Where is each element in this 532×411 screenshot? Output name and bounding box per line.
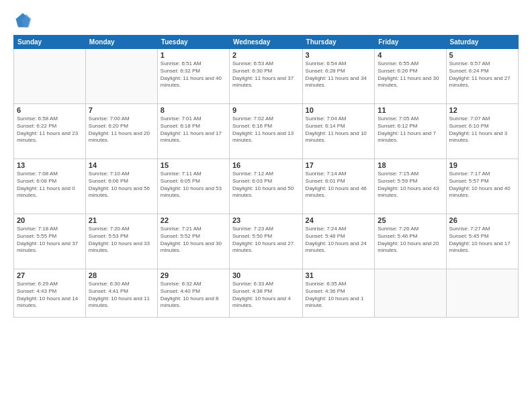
calendar-cell: 5Sunrise: 6:57 AM Sunset: 6:24 PM Daylig…	[446, 49, 518, 104]
day-info: Sunrise: 6:54 AM Sunset: 6:28 PM Dayligh…	[306, 60, 372, 89]
day-number: 1	[161, 51, 226, 59]
day-info: Sunrise: 6:35 AM Sunset: 4:36 PM Dayligh…	[306, 281, 372, 310]
calendar-cell: 26Sunrise: 7:27 AM Sunset: 5:45 PM Dayli…	[446, 214, 518, 269]
day-number: 19	[449, 161, 515, 169]
day-number: 26	[449, 216, 515, 224]
calendar-cell: 10Sunrise: 7:04 AM Sunset: 6:14 PM Dayli…	[302, 104, 375, 159]
day-info: Sunrise: 6:53 AM Sunset: 6:30 PM Dayligh…	[232, 60, 300, 89]
day-info: Sunrise: 6:58 AM Sunset: 6:22 PM Dayligh…	[17, 116, 83, 144]
day-info: Sunrise: 6:55 AM Sunset: 6:26 PM Dayligh…	[378, 60, 443, 89]
weekday-header-row: SundayMondayTuesdayWednesdayThursdayFrid…	[14, 36, 519, 49]
day-number: 31	[306, 271, 372, 279]
calendar-cell: 31Sunrise: 6:35 AM Sunset: 4:36 PM Dayli…	[302, 269, 375, 318]
calendar-cell	[85, 49, 157, 104]
calendar-cell: 7Sunrise: 7:00 AM Sunset: 6:20 PM Daylig…	[85, 104, 157, 159]
calendar-cell: 15Sunrise: 7:11 AM Sunset: 6:05 PM Dayli…	[157, 159, 229, 214]
weekday-header-wednesday: Wednesday	[229, 36, 302, 49]
calendar-cell: 27Sunrise: 6:29 AM Sunset: 4:43 PM Dayli…	[14, 269, 86, 318]
calendar-cell: 19Sunrise: 7:17 AM Sunset: 5:57 PM Dayli…	[446, 159, 518, 214]
weekday-header-saturday: Saturday	[446, 36, 518, 49]
calendar-cell: 16Sunrise: 7:12 AM Sunset: 6:03 PM Dayli…	[229, 159, 302, 214]
weekday-header-thursday: Thursday	[302, 36, 375, 49]
day-info: Sunrise: 7:10 AM Sunset: 6:06 PM Dayligh…	[89, 171, 154, 199]
day-info: Sunrise: 7:26 AM Sunset: 5:46 PM Dayligh…	[378, 226, 443, 255]
day-info: Sunrise: 7:20 AM Sunset: 5:53 PM Dayligh…	[89, 226, 154, 255]
calendar-cell: 23Sunrise: 7:23 AM Sunset: 5:50 PM Dayli…	[229, 214, 302, 269]
day-number: 24	[306, 216, 372, 224]
day-number: 11	[378, 106, 443, 114]
day-info: Sunrise: 7:23 AM Sunset: 5:50 PM Dayligh…	[232, 226, 300, 255]
calendar-cell: 6Sunrise: 6:58 AM Sunset: 6:22 PM Daylig…	[14, 104, 86, 159]
day-info: Sunrise: 7:24 AM Sunset: 5:48 PM Dayligh…	[306, 226, 372, 255]
calendar-cell: 13Sunrise: 7:08 AM Sunset: 6:08 PM Dayli…	[14, 159, 86, 214]
day-info: Sunrise: 7:11 AM Sunset: 6:05 PM Dayligh…	[161, 171, 226, 199]
day-info: Sunrise: 7:02 AM Sunset: 6:16 PM Dayligh…	[232, 116, 300, 144]
day-number: 29	[161, 271, 226, 279]
day-info: Sunrise: 6:30 AM Sunset: 4:41 PM Dayligh…	[89, 281, 154, 310]
week-row-1: 1Sunrise: 6:51 AM Sunset: 6:32 PM Daylig…	[14, 49, 519, 104]
week-row-3: 13Sunrise: 7:08 AM Sunset: 6:08 PM Dayli…	[14, 159, 519, 214]
day-info: Sunrise: 6:32 AM Sunset: 4:40 PM Dayligh…	[161, 281, 226, 310]
header	[13, 11, 519, 30]
week-row-4: 20Sunrise: 7:18 AM Sunset: 5:55 PM Dayli…	[14, 214, 519, 269]
day-number: 17	[306, 161, 372, 169]
calendar: SundayMondayTuesdayWednesdayThursdayFrid…	[13, 35, 519, 318]
calendar-cell: 28Sunrise: 6:30 AM Sunset: 4:41 PM Dayli…	[85, 269, 157, 318]
calendar-cell: 20Sunrise: 7:18 AM Sunset: 5:55 PM Dayli…	[14, 214, 86, 269]
calendar-cell: 29Sunrise: 6:32 AM Sunset: 4:40 PM Dayli…	[157, 269, 229, 318]
calendar-cell	[446, 269, 518, 318]
day-number: 2	[232, 51, 300, 59]
calendar-cell: 4Sunrise: 6:55 AM Sunset: 6:26 PM Daylig…	[375, 49, 446, 104]
day-number: 21	[89, 216, 154, 224]
day-number: 27	[17, 271, 83, 279]
day-info: Sunrise: 6:33 AM Sunset: 4:38 PM Dayligh…	[232, 281, 300, 310]
day-number: 22	[161, 216, 226, 224]
day-number: 8	[161, 106, 226, 114]
calendar-cell: 18Sunrise: 7:15 AM Sunset: 5:59 PM Dayli…	[375, 159, 446, 214]
day-info: Sunrise: 7:08 AM Sunset: 6:08 PM Dayligh…	[17, 171, 83, 199]
day-number: 20	[17, 216, 83, 224]
day-number: 18	[378, 161, 443, 169]
calendar-cell: 1Sunrise: 6:51 AM Sunset: 6:32 PM Daylig…	[157, 49, 229, 104]
calendar-cell: 25Sunrise: 7:26 AM Sunset: 5:46 PM Dayli…	[375, 214, 446, 269]
logo-icon	[13, 11, 32, 30]
calendar-cell: 22Sunrise: 7:21 AM Sunset: 5:52 PM Dayli…	[157, 214, 229, 269]
calendar-cell: 30Sunrise: 6:33 AM Sunset: 4:38 PM Dayli…	[229, 269, 302, 318]
day-info: Sunrise: 7:21 AM Sunset: 5:52 PM Dayligh…	[161, 226, 226, 255]
calendar-cell: 3Sunrise: 6:54 AM Sunset: 6:28 PM Daylig…	[302, 49, 375, 104]
calendar-cell: 12Sunrise: 7:07 AM Sunset: 6:10 PM Dayli…	[446, 104, 518, 159]
calendar-cell: 24Sunrise: 7:24 AM Sunset: 5:48 PM Dayli…	[302, 214, 375, 269]
day-number: 6	[17, 106, 83, 114]
day-number: 7	[89, 106, 154, 114]
calendar-cell: 14Sunrise: 7:10 AM Sunset: 6:06 PM Dayli…	[85, 159, 157, 214]
day-info: Sunrise: 6:51 AM Sunset: 6:32 PM Dayligh…	[161, 60, 226, 89]
day-info: Sunrise: 6:57 AM Sunset: 6:24 PM Dayligh…	[449, 60, 515, 89]
day-info: Sunrise: 7:01 AM Sunset: 6:18 PM Dayligh…	[161, 116, 226, 144]
day-number: 15	[161, 161, 226, 169]
calendar-cell: 17Sunrise: 7:14 AM Sunset: 6:01 PM Dayli…	[302, 159, 375, 214]
day-number: 4	[378, 51, 443, 59]
day-info: Sunrise: 7:27 AM Sunset: 5:45 PM Dayligh…	[449, 226, 515, 255]
day-info: Sunrise: 7:04 AM Sunset: 6:14 PM Dayligh…	[306, 116, 372, 144]
day-info: Sunrise: 6:29 AM Sunset: 4:43 PM Dayligh…	[17, 281, 83, 310]
week-row-5: 27Sunrise: 6:29 AM Sunset: 4:43 PM Dayli…	[14, 269, 519, 318]
day-number: 28	[89, 271, 154, 279]
calendar-cell: 9Sunrise: 7:02 AM Sunset: 6:16 PM Daylig…	[229, 104, 302, 159]
day-info: Sunrise: 7:18 AM Sunset: 5:55 PM Dayligh…	[17, 226, 83, 255]
day-number: 23	[232, 216, 300, 224]
day-number: 5	[449, 51, 515, 59]
day-number: 3	[306, 51, 372, 59]
day-number: 25	[378, 216, 443, 224]
day-number: 14	[89, 161, 154, 169]
calendar-cell: 2Sunrise: 6:53 AM Sunset: 6:30 PM Daylig…	[229, 49, 302, 104]
day-number: 30	[232, 271, 300, 279]
day-number: 10	[306, 106, 372, 114]
day-info: Sunrise: 7:00 AM Sunset: 6:20 PM Dayligh…	[89, 116, 154, 144]
logo	[13, 11, 35, 30]
day-info: Sunrise: 7:14 AM Sunset: 6:01 PM Dayligh…	[306, 171, 372, 199]
calendar-cell: 21Sunrise: 7:20 AM Sunset: 5:53 PM Dayli…	[85, 214, 157, 269]
weekday-header-sunday: Sunday	[14, 36, 86, 49]
weekday-header-friday: Friday	[375, 36, 446, 49]
calendar-cell	[375, 269, 446, 318]
day-number: 9	[232, 106, 300, 114]
